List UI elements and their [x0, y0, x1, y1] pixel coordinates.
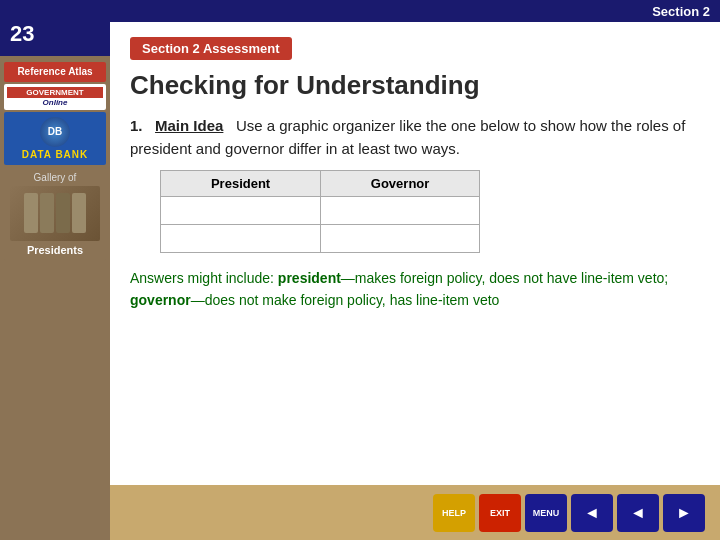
- table-row: [161, 225, 480, 253]
- exit-button[interactable]: EXIT: [479, 494, 521, 532]
- table-cell-president-2: [161, 225, 321, 253]
- section-assessment-banner: Section 2 Assessment: [130, 37, 292, 60]
- table-header-president: President: [161, 171, 321, 197]
- gov-logo-top: GOVERNMENT: [7, 87, 103, 98]
- next-arrow-button[interactable]: ►: [663, 494, 705, 532]
- bottom-nav-group: HELP EXIT MENU ◄ ◄ ►: [433, 494, 705, 532]
- section-label: Section 2: [652, 4, 710, 19]
- sidebar-item-government-online[interactable]: GOVERNMENT Online: [4, 84, 106, 110]
- main-content: Section 2 Assessment Checking for Unders…: [110, 22, 720, 540]
- sidebar: Chapter 23 Reference Atlas GOVERNMENT On…: [0, 0, 110, 540]
- governor-text: —does not make foreign policy, has line-…: [191, 292, 500, 308]
- table-cell-governor-2: [321, 225, 480, 253]
- data-bank-label: DATA BANK: [22, 149, 89, 160]
- gov-logo-online: Online: [43, 98, 68, 107]
- answer-text: Answers might include: president—makes f…: [130, 267, 700, 312]
- presidents-thumbnail: [10, 186, 100, 241]
- bottom-nav: HELP EXIT MENU ◄ ◄ ►: [110, 485, 720, 540]
- comparison-table: President Governor: [160, 170, 480, 253]
- table-cell-governor-1: [321, 197, 480, 225]
- governor-bold: governor: [130, 292, 191, 308]
- data-bank-icon: DB: [40, 117, 70, 147]
- prev-arrow-button[interactable]: ◄: [571, 494, 613, 532]
- sidebar-item-gallery[interactable]: Gallery of Presidents: [4, 167, 106, 261]
- gov-label: GOVERNMENT: [26, 88, 83, 97]
- table-row: [161, 197, 480, 225]
- back-arrow-icon: ◄: [630, 504, 646, 522]
- help-button[interactable]: HELP: [433, 494, 475, 532]
- menu-button[interactable]: MENU: [525, 494, 567, 532]
- top-bar: Section 2: [0, 0, 720, 22]
- main-idea-label: Main Idea: [155, 117, 223, 134]
- sidebar-item-data-bank[interactable]: DB DATA BANK: [4, 112, 106, 165]
- answer-intro: Answers might include:: [130, 270, 278, 286]
- page-title: Checking for Understanding: [130, 70, 700, 101]
- president-bold: president: [278, 270, 341, 286]
- president-text: —makes foreign policy, does not have lin…: [341, 270, 668, 286]
- question-number: 1.: [130, 117, 143, 134]
- back-arrow-button[interactable]: ◄: [617, 494, 659, 532]
- next-arrow-icon: ►: [676, 504, 692, 522]
- sidebar-navigation: Reference Atlas GOVERNMENT Online DB DAT…: [0, 56, 110, 267]
- table-header-governor: Governor: [321, 171, 480, 197]
- question-1-text: 1. Main Idea Use a graphic organizer lik…: [130, 115, 700, 160]
- prev-arrow-icon: ◄: [584, 504, 600, 522]
- sidebar-item-reference-atlas[interactable]: Reference Atlas: [4, 62, 106, 82]
- question-1: 1. Main Idea Use a graphic organizer lik…: [130, 115, 700, 312]
- chapter-number: 23: [10, 21, 100, 47]
- table-cell-president-1: [161, 197, 321, 225]
